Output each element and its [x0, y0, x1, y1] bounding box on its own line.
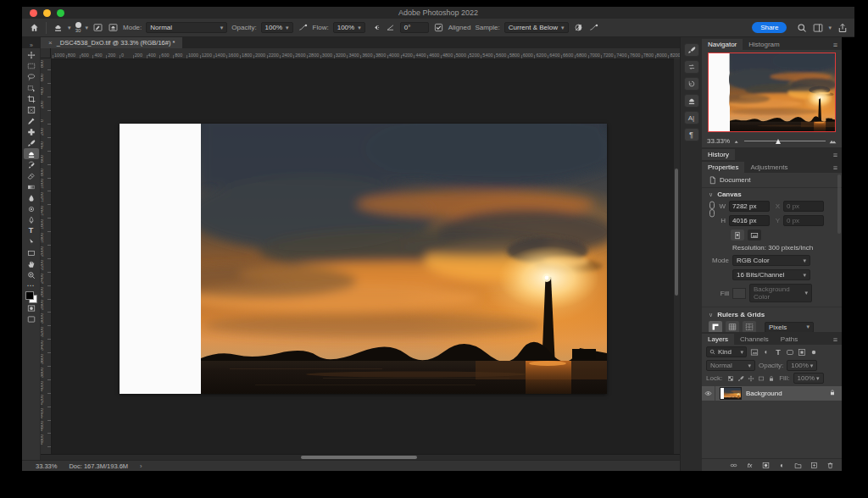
properties-scrollbar-thumb[interactable]	[837, 174, 841, 234]
canvas-width-field[interactable]: 7282 px	[729, 201, 770, 212]
vertical-scrollbar-thumb[interactable]	[675, 169, 678, 296]
clone-source-panel-icon[interactable]	[684, 60, 699, 74]
layer-visibility-eye-icon[interactable]	[702, 386, 715, 401]
tab-histogram[interactable]: Histogram	[743, 39, 785, 50]
tab-properties[interactable]: Properties	[702, 162, 744, 173]
filter-type-layers-icon[interactable]: T	[773, 347, 783, 357]
workspace-icon[interactable]	[812, 22, 823, 33]
lock-image-icon[interactable]	[736, 374, 745, 384]
canvas-section-header[interactable]: ∨Canvas	[702, 188, 842, 199]
blend-mode-select[interactable]: Normal▾	[146, 22, 227, 33]
export-icon[interactable]	[837, 22, 848, 33]
filter-smart-objects-icon[interactable]	[797, 347, 807, 357]
filter-adjustment-layers-icon[interactable]: ◐	[761, 347, 771, 357]
lasso-tool[interactable]	[24, 71, 39, 82]
toggle-pixel-grid-button[interactable]	[743, 321, 756, 332]
pen-tool[interactable]	[24, 214, 39, 225]
chevron-down-icon[interactable]: ▾	[828, 25, 832, 31]
screen-mode-button[interactable]	[24, 313, 39, 324]
panel-menu-icon[interactable]: ≡	[833, 41, 842, 50]
tab-layers[interactable]: Layers	[702, 334, 734, 345]
actions-panel-icon[interactable]	[684, 77, 699, 91]
rectangle-tool[interactable]	[24, 247, 39, 258]
horizontal-scrollbar-thumb[interactable]	[301, 456, 417, 459]
libraries-panel-icon[interactable]	[684, 94, 699, 108]
zoom-level-field[interactable]: 33.33%	[36, 462, 57, 470]
landscape-orientation-button[interactable]	[748, 230, 761, 241]
brush-angle-input[interactable]: 0°	[400, 22, 429, 33]
lock-transparent-icon[interactable]	[726, 374, 735, 384]
blur-tool[interactable]	[24, 192, 39, 203]
pressure-size-icon[interactable]	[588, 22, 599, 33]
filter-shape-layers-icon[interactable]	[785, 347, 795, 357]
panel-menu-icon[interactable]: ≡	[833, 151, 842, 160]
color-mode-select[interactable]: RGB Color▾	[732, 255, 810, 266]
panel-menu-icon[interactable]: ≡	[833, 163, 842, 173]
document-tab[interactable]: × _DSC4538_DxO.tif @ 33.3% (RGB/16#) *	[41, 37, 182, 48]
tab-adjustments[interactable]: Adjustments	[744, 162, 793, 173]
pressure-opacity-icon[interactable]	[298, 22, 309, 33]
navigator-proxy-view[interactable]	[708, 53, 836, 132]
brush-settings-panel-icon[interactable]	[684, 43, 699, 57]
toggle-rulers-button[interactable]	[709, 321, 722, 332]
paragraph-panel-icon[interactable]: ¶	[684, 128, 699, 141]
lock-artboard-icon[interactable]	[756, 374, 765, 384]
new-layer-icon[interactable]	[810, 460, 819, 470]
quick-mask-button[interactable]	[24, 302, 39, 313]
delete-layer-icon[interactable]	[826, 460, 835, 470]
toggle-grid-button[interactable]	[726, 321, 739, 332]
panel-menu-icon[interactable]: ≡	[833, 335, 842, 345]
lock-all-icon[interactable]	[766, 374, 776, 384]
link-layers-icon[interactable]	[729, 460, 738, 470]
layer-row-background[interactable]: Background	[702, 386, 842, 401]
vertical-scrollbar[interactable]	[674, 58, 680, 454]
zoom-tool[interactable]	[24, 269, 39, 280]
layer-thumbnail[interactable]	[720, 387, 742, 400]
color-swatches[interactable]	[24, 291, 39, 302]
eraser-tool[interactable]	[24, 170, 39, 181]
sample-select[interactable]: Current & Below▾	[504, 22, 569, 33]
close-tab-icon[interactable]: ×	[48, 39, 53, 47]
frame-tool[interactable]	[24, 104, 39, 115]
healing-brush-tool[interactable]	[24, 126, 39, 137]
home-icon[interactable]	[29, 22, 40, 33]
path-selection-tool[interactable]	[24, 236, 39, 247]
rulers-grids-section-header[interactable]: ∨Rulers & Grids	[702, 308, 842, 319]
type-tool[interactable]: T	[24, 225, 39, 236]
chevron-down-icon[interactable]: ▾	[86, 25, 89, 31]
navigator-zoom-value[interactable]: 33.33%	[707, 137, 730, 145]
brush-settings-toggle-icon[interactable]	[92, 22, 103, 33]
zoom-out-icon[interactable]	[733, 137, 741, 145]
tool-preset-icon[interactable]	[53, 22, 64, 33]
canvas-height-field[interactable]: 4016 px	[729, 215, 770, 226]
document-image[interactable]	[120, 124, 607, 394]
layer-name[interactable]: Background	[746, 390, 782, 397]
link-dimensions-icon[interactable]	[709, 201, 715, 219]
double-chevron-icon[interactable]: »	[22, 42, 41, 48]
object-selection-tool[interactable]	[24, 82, 39, 93]
flow-select[interactable]: 100%▾	[333, 22, 365, 33]
eyedropper-tool[interactable]	[24, 115, 39, 126]
status-chevron-icon[interactable]: ›	[140, 462, 142, 470]
hand-tool[interactable]	[24, 258, 39, 269]
navigator-zoom-slider[interactable]	[744, 137, 826, 145]
crop-tool[interactable]	[24, 93, 39, 104]
filter-pixel-layers-icon[interactable]	[749, 347, 760, 357]
add-layer-mask-icon[interactable]	[761, 460, 771, 470]
edit-toolbar-button[interactable]: ⋯	[24, 280, 39, 291]
brush-preset-picker[interactable]: 30	[75, 22, 81, 33]
zoom-slider-thumb[interactable]	[776, 139, 781, 144]
clone-source-toggle-icon[interactable]	[108, 22, 119, 33]
filter-toggle[interactable]	[809, 347, 819, 357]
aligned-checkbox[interactable]	[433, 22, 444, 33]
marquee-tool[interactable]	[24, 60, 39, 71]
clone-stamp-tool[interactable]	[24, 148, 39, 159]
dodge-tool[interactable]	[24, 203, 39, 214]
chevron-down-icon[interactable]: ▾	[68, 25, 71, 31]
gradient-tool[interactable]	[24, 181, 39, 192]
share-button[interactable]: Share	[752, 22, 787, 33]
tab-paths[interactable]: Paths	[775, 334, 804, 345]
opacity-select[interactable]: 100%▾	[261, 22, 293, 33]
brush-tool[interactable]	[24, 137, 39, 148]
tab-history[interactable]: History	[702, 149, 735, 160]
